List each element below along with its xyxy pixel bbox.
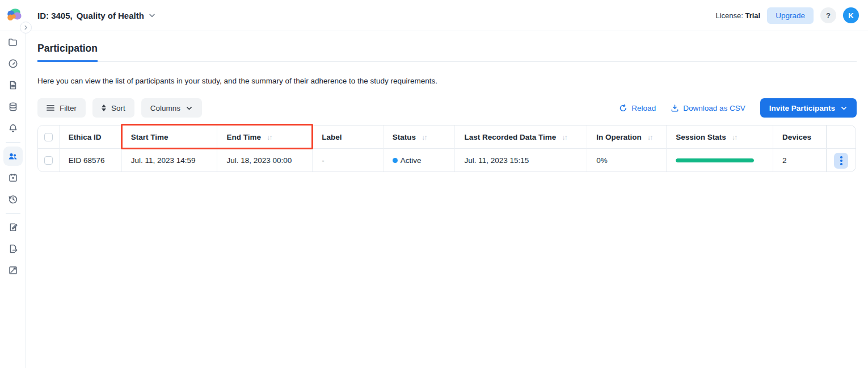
study-name-label: Quality of Health (77, 11, 144, 20)
document-edit-icon (8, 222, 18, 232)
sidebar-item-participants[interactable] (3, 147, 23, 166)
page-description: Here you can view the list of participan… (37, 77, 857, 85)
col-status[interactable]: Status↓↑ (384, 126, 456, 149)
filter-lines-icon (47, 104, 54, 111)
cell-label: - (313, 149, 383, 172)
sidebar-collapse-toggle[interactable] (20, 22, 32, 34)
col-ethica-id[interactable]: Ethica ID (60, 126, 122, 149)
document-icon (8, 80, 18, 90)
dashboard-gauge-icon (8, 58, 18, 69)
sidebar-item-surveys[interactable] (3, 218, 23, 237)
sort-label: Sort (111, 104, 125, 112)
reload-label: Reload (631, 104, 656, 112)
cell-end-time: Jul. 18, 2023 00:00 (217, 149, 313, 172)
sort-button[interactable]: Sort (92, 98, 134, 118)
calendar-icon (8, 173, 18, 183)
sidebar-divider (6, 142, 20, 143)
study-selector[interactable]: ID: 3405, Quality of Health (37, 11, 156, 20)
status-active-dot-icon (393, 158, 398, 163)
col-end-time[interactable]: End Time↓↑ (217, 126, 313, 149)
sort-icon[interactable]: ↓↑ (422, 133, 427, 141)
sort-icon[interactable]: ↓↑ (267, 133, 272, 141)
bell-icon (8, 123, 18, 133)
row-actions-kebab-button[interactable] (834, 153, 848, 169)
study-id-label: ID: 3405, (37, 11, 73, 20)
chevron-down-icon (148, 11, 156, 19)
app-window: ID: 3405, Quality of Health License: Tri… (0, 0, 868, 368)
license-value: Trial (745, 11, 760, 20)
page-title: Participation (37, 43, 98, 62)
sidebar-item-dashboard[interactable] (3, 54, 23, 73)
download-icon (671, 104, 679, 112)
col-start-time[interactable]: Start Time (122, 126, 218, 149)
reload-button[interactable]: Reload (619, 104, 656, 112)
select-all-checkbox[interactable] (44, 133, 53, 141)
cell-in-operation: 0% (587, 149, 667, 172)
chart-edit-icon (8, 265, 18, 275)
cell-session-stats (667, 149, 773, 172)
download-csv-button[interactable]: Download as CSV (671, 104, 745, 112)
columns-button[interactable]: Columns (141, 98, 202, 118)
col-label: Start Time (131, 133, 168, 141)
sidebar-item-folder[interactable] (3, 32, 23, 52)
cell-devices: 2 (773, 149, 827, 172)
status-text: Active (401, 156, 422, 165)
sidebar-item-exports[interactable] (3, 239, 23, 258)
col-label: Ethica ID (69, 133, 102, 141)
invite-participants-label: Invite Participants (769, 104, 835, 112)
invite-participants-button[interactable]: Invite Participants (760, 98, 857, 118)
sidebar-item-notifications[interactable] (3, 119, 23, 138)
col-in-operation[interactable]: In Operation↓↑ (587, 126, 667, 149)
main-content: Participation Here you can view the list… (26, 31, 868, 368)
top-header: ID: 3405, Quality of Health License: Tri… (0, 0, 868, 31)
upgrade-button[interactable]: Upgrade (767, 7, 814, 24)
col-last-recorded[interactable]: Last Recorded Data Time↓↑ (455, 126, 587, 149)
chevron-down-icon (840, 104, 848, 112)
help-button[interactable]: ? (820, 7, 836, 23)
sidebar-item-analytics[interactable] (3, 261, 23, 280)
col-session-stats[interactable]: Session Stats↓↑ (667, 126, 773, 149)
col-label: Session Stats (676, 133, 726, 141)
table-header-row: Ethica ID Start Time End Time↓↑ Label St… (38, 126, 856, 149)
col-label: Last Recorded Data Time (464, 133, 556, 141)
filter-label: Filter (60, 104, 77, 112)
chevron-right-icon (23, 24, 29, 31)
filter-button[interactable]: Filter (37, 98, 86, 118)
participants-table-wrap: Ethica ID Start Time End Time↓↑ Label St… (37, 125, 856, 172)
cell-ethica-id: EID 68576 (60, 149, 122, 172)
session-progress-bar (676, 158, 754, 162)
table-toolbar: Filter Sort Columns Reload (37, 98, 857, 118)
col-actions (827, 126, 856, 149)
reload-icon (619, 104, 627, 112)
participants-icon (7, 151, 18, 162)
brain-logo-icon[interactable] (5, 6, 23, 24)
user-avatar[interactable]: K (843, 7, 859, 23)
sidebar-item-documents[interactable] (3, 76, 23, 95)
license-text: License: Trial (715, 11, 760, 20)
license-label: License: (715, 11, 743, 20)
col-label: In Operation (596, 133, 642, 141)
sidebar-item-schedule[interactable] (3, 168, 23, 187)
col-label: End Time (226, 133, 261, 141)
col-devices[interactable]: Devices (773, 126, 827, 149)
sidebar-item-history[interactable] (3, 190, 23, 209)
download-csv-label: Download as CSV (683, 104, 745, 112)
sort-arrows-icon (102, 104, 106, 111)
sidebar-divider (6, 213, 20, 214)
row-checkbox[interactable] (44, 156, 53, 165)
cell-status: Active (384, 149, 456, 172)
sidebar-nav (0, 31, 26, 368)
sort-icon[interactable]: ↓↑ (732, 133, 737, 141)
page-tab-row: Participation (37, 43, 857, 62)
col-label: Devices (782, 133, 811, 141)
sort-icon[interactable]: ↓↑ (647, 133, 652, 141)
col-label[interactable]: Label (313, 126, 383, 149)
sort-icon[interactable]: ↓↑ (562, 133, 567, 141)
columns-label: Columns (150, 104, 180, 112)
cell-start-time: Jul. 11, 2023 14:59 (122, 149, 218, 172)
col-label: Label (322, 133, 342, 141)
document-export-icon (8, 244, 18, 254)
folder-icon (8, 37, 18, 47)
select-all-cell (38, 126, 60, 149)
sidebar-item-database[interactable] (3, 97, 23, 116)
